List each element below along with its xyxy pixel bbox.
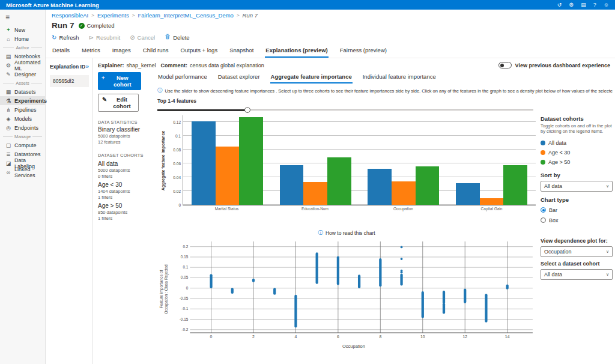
sidebar-item-pipelines[interactable]: ⋔Pipelines xyxy=(0,105,45,114)
bar-age-50[interactable] xyxy=(327,157,351,205)
scatter-point[interactable] xyxy=(401,258,403,260)
cohort-stats-column: + New cohort ✎ Edit cohort DATA STATISTI… xyxy=(98,72,157,364)
slider-handle[interactable] xyxy=(244,107,250,113)
cohort-filters: 0 filters xyxy=(98,174,155,179)
tab-fairness-preview-[interactable]: Fairness (preview) xyxy=(339,44,387,58)
breadcrumb-link[interactable]: Experiments xyxy=(97,12,129,19)
sort-by-dropdown[interactable]: All data ∨ xyxy=(541,181,613,192)
sidebar-item-compute[interactable]: ▢Compute xyxy=(0,141,45,150)
edit-cohort-button[interactable]: ✎ Edit cohort xyxy=(98,94,139,112)
dependence-feature-dropdown[interactable]: Occupation ∨ xyxy=(541,246,613,257)
sidebar-item-experiments[interactable]: ⚗Experiments xyxy=(0,96,45,105)
history-icon[interactable]: ↺ xyxy=(557,2,562,8)
breadcrumb-link[interactable]: Fairlearn_InterpretML_Census_Demo xyxy=(138,12,233,19)
subtab-model-performance[interactable]: Model performance xyxy=(157,72,208,83)
hamburger-menu-icon[interactable]: ≡ xyxy=(0,12,45,25)
sort-by-label: Sort by xyxy=(541,172,613,178)
scatter-tick-label: -0.15 xyxy=(180,317,189,321)
sidebar-item-home[interactable]: ⌂Home xyxy=(0,34,45,43)
dependence-cohort-dropdown[interactable]: All data ∨ xyxy=(541,269,613,280)
dependence-controls-panel: View dependence plot for: Occupation ∨ S… xyxy=(536,229,613,349)
bar-age-50[interactable] xyxy=(503,165,527,205)
chart-type-option-label: Box xyxy=(549,217,559,223)
legend-description: Toggle cohorts on and off in the plot by… xyxy=(541,123,613,135)
subtab-aggregate-feature-importance[interactable]: Aggregate feature importance xyxy=(270,72,353,83)
completed-check-icon: ✓ xyxy=(79,23,85,29)
sidebar-item-datasets[interactable]: ▦Datasets xyxy=(0,87,45,96)
comment-label: Comment: xyxy=(161,62,188,68)
sidebar-item-linked-services[interactable]: ∞Linked Services xyxy=(0,168,45,177)
bar-all-data[interactable] xyxy=(368,169,392,205)
pencil-icon: ✎ xyxy=(102,96,107,109)
bar-y-tick: 0.12 xyxy=(168,120,181,124)
legend-item-age-50[interactable]: Age > 50 xyxy=(541,157,613,167)
chart-type-bar[interactable]: Bar xyxy=(541,207,613,213)
previous-dashboard-toggle[interactable] xyxy=(498,62,512,68)
bar-age-30[interactable] xyxy=(216,147,240,205)
cohort-filters: 1 filters xyxy=(98,195,155,200)
sidebar-item-endpoints[interactable]: ◎Endpoints xyxy=(0,123,45,132)
scatter-point[interactable] xyxy=(401,270,403,272)
scatter-tick-label: 8 xyxy=(379,335,381,339)
automated-ml-icon: ⚙ xyxy=(5,62,11,68)
model-type: Binary classifier xyxy=(98,126,155,133)
bar-age-30[interactable] xyxy=(480,198,504,205)
bar-age-30[interactable] xyxy=(392,181,416,205)
feedback-icon[interactable]: ▤ xyxy=(581,2,586,8)
compute-icon: ▢ xyxy=(5,142,11,148)
tab-explanations-preview-[interactable]: Explanations (preview) xyxy=(265,44,328,58)
refresh-button[interactable]: ↻Refresh xyxy=(52,34,79,41)
legend-item-all-data[interactable]: All data xyxy=(541,138,613,148)
bar-chart-x-labels: Marital StatusEducation-NumOccupationCap… xyxy=(183,207,536,211)
tab-snapshot[interactable]: Snapshot xyxy=(229,44,254,58)
chevron-down-icon: ∨ xyxy=(606,184,609,189)
tab-images[interactable]: Images xyxy=(112,44,132,58)
gear-icon[interactable]: ⚙ xyxy=(569,2,574,8)
smiley-icon[interactable]: ☺ xyxy=(604,2,609,8)
how-to-read-link[interactable]: ⓘ How to read this chart xyxy=(157,229,536,237)
dependence-plot-for-label: View dependence plot for: xyxy=(541,238,613,244)
sidebar-item-new[interactable]: +New xyxy=(0,25,45,34)
legend-item-age-30[interactable]: Age < 30 xyxy=(541,148,613,157)
previous-dashboard-toggle-label: View previous dashboard experience xyxy=(515,62,610,68)
pipelines-icon: ⋔ xyxy=(5,107,11,113)
chart-type-box[interactable]: Box xyxy=(541,217,613,223)
app-title: Microsoft Azure Machine Learning xyxy=(6,2,99,8)
sidebar-item-automated-ml[interactable]: ⚙Automated ML xyxy=(0,61,45,70)
cohort-name[interactable]: All data xyxy=(98,160,155,167)
sidebar-item-models[interactable]: ◈Models xyxy=(0,114,45,123)
bar-x-label: Education-Num xyxy=(271,207,359,211)
slider-label: Top 1-4 features xyxy=(157,98,533,104)
sidebar-section-assets: Assets xyxy=(0,79,45,87)
tab-outputs-logs[interactable]: Outputs + logs xyxy=(180,44,219,58)
subtab-individual-feature-importance[interactable]: Individual feature importance xyxy=(362,72,437,83)
radio-icon xyxy=(541,207,546,213)
legend-dot-icon xyxy=(541,150,545,155)
tab-details[interactable]: Details xyxy=(52,44,70,58)
new-cohort-button[interactable]: + New cohort xyxy=(98,72,141,90)
bar-age-30[interactable] xyxy=(303,182,327,205)
breadcrumb-link[interactable]: ResponsibleAI xyxy=(52,12,88,19)
breadcrumb-separator: > xyxy=(132,13,135,18)
explanation-id-value[interactable]: 80565df2 xyxy=(50,75,89,87)
tab-metrics[interactable]: Metrics xyxy=(81,44,101,58)
cohort-name[interactable]: Age < 30 xyxy=(98,181,155,188)
bar-age-50[interactable] xyxy=(416,166,440,205)
bar-all-data[interactable] xyxy=(280,165,304,205)
info-icon: ⓘ xyxy=(157,87,163,94)
breadcrumb-current: Run 7 xyxy=(243,12,258,19)
help-icon[interactable]: ? xyxy=(593,2,596,8)
explanation-id-label: Explanation ID xyxy=(50,64,85,70)
bar-all-data[interactable] xyxy=(192,121,216,205)
scatter-point[interactable] xyxy=(401,246,403,248)
cohort-name[interactable]: Age > 50 xyxy=(98,202,155,209)
tab-child-runs[interactable]: Child runs xyxy=(142,44,169,58)
subtab-dataset-explorer[interactable]: Dataset explorer xyxy=(217,72,261,83)
bar-age-50[interactable] xyxy=(239,117,263,205)
bar-all-data[interactable] xyxy=(456,183,480,205)
delete-button[interactable]: Delete xyxy=(165,34,189,41)
scatter-tick-label: 10 xyxy=(420,335,425,339)
datastores-icon: ≣ xyxy=(5,151,11,157)
top-features-slider[interactable] xyxy=(157,109,533,111)
collapse-panel-icon[interactable]: » xyxy=(85,63,89,70)
